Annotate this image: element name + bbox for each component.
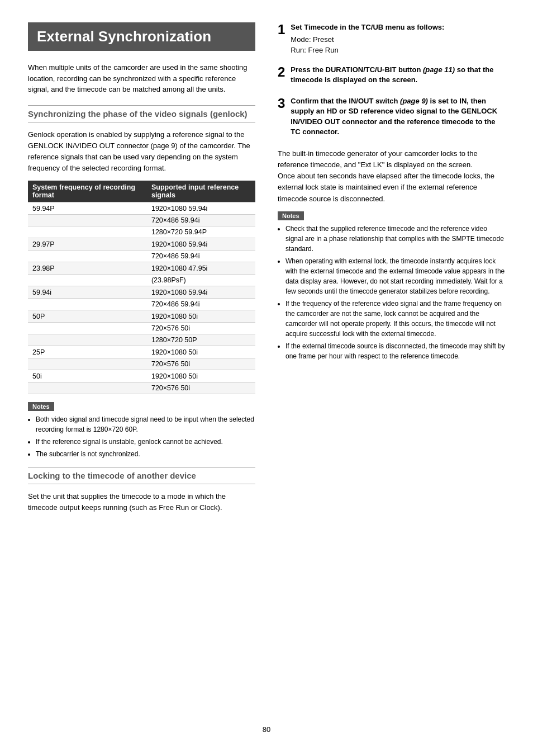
table-signal-cell: 1920×1080 50i	[147, 346, 255, 358]
table-signal-cell: 1920×1080 59.94i	[147, 202, 255, 215]
step-block: 2Press the DURATION/TC/U-BIT button (pag…	[278, 65, 505, 87]
right-notes-list: Check that the supplied reference timeco…	[278, 224, 505, 361]
note-item: When operating with external lock, the t…	[285, 256, 505, 296]
table-signal-cell: 720×576 50i	[147, 358, 255, 370]
table-format-cell: 50P	[28, 310, 147, 323]
reference-table: System frequency of recording format Sup…	[28, 181, 255, 394]
step-number: 2	[278, 65, 285, 79]
page-title: External Synchronization	[28, 22, 255, 51]
table-col2-header: Supported input reference signals	[147, 181, 255, 202]
table-format-cell	[28, 382, 147, 394]
note-item: If the external timecode source is disco…	[285, 341, 505, 361]
step-content: Confirm that the IN/OUT switch (page 9) …	[291, 96, 505, 139]
note-item: If the frequency of the reference video …	[285, 299, 505, 339]
step-title: Set Timecode in the TC/UB menu as follow…	[291, 22, 505, 32]
note-item: The subcarrier is not synchronized.	[36, 449, 255, 459]
section1-notes-label: Notes	[28, 402, 54, 411]
table-signal-cell: 1920×1080 59.94i	[147, 238, 255, 251]
step-detail: Mode: PresetRun: Free Run	[291, 35, 505, 56]
table-signal-cell: 1280×720 59.94P	[147, 226, 255, 238]
table-signal-cell: 720×486 59.94i	[147, 215, 255, 226]
note-item: Check that the supplied reference timeco…	[285, 224, 505, 254]
step-block: 3Confirm that the IN/OUT switch (page 9)…	[278, 96, 505, 139]
page: External Synchronization When multiple u…	[0, 0, 533, 756]
step-number: 3	[278, 96, 285, 111]
right-notes-box: Notes Check that the supplied reference …	[278, 211, 505, 361]
step-content: Press the DURATION/TC/U-BIT button (page…	[291, 65, 505, 87]
left-column: External Synchronization When multiple u…	[28, 22, 255, 714]
table-format-cell: 25P	[28, 346, 147, 358]
section1-heading: Synchronizing the phase of the video sig…	[28, 105, 255, 122]
table-format-cell: 59.94P	[28, 202, 147, 215]
table-format-cell	[28, 334, 147, 346]
intro-text: When multiple units of the camcorder are…	[28, 62, 255, 95]
table-signal-cell: 1920×1080 50i	[147, 370, 255, 382]
section2-text: Set the unit that supplies the timecode …	[28, 491, 255, 513]
table-format-cell	[28, 358, 147, 370]
table-format-cell: 29.97P	[28, 238, 147, 251]
section1-text: Genlock operation is enabled by supplyin…	[28, 129, 255, 174]
section2-heading: Locking to the timecode of another devic…	[28, 467, 255, 484]
step-content: Set Timecode in the TC/UB menu as follow…	[291, 22, 505, 56]
table-signal-cell: 720×486 59.94i	[147, 251, 255, 262]
step-block: 1Set Timecode in the TC/UB menu as follo…	[278, 22, 505, 56]
table-format-cell: 59.94i	[28, 286, 147, 299]
section1-notes-box: Notes Both video signal and timecode sig…	[28, 402, 255, 459]
table-signal-cell: 720×576 50i	[147, 382, 255, 394]
table-format-cell	[28, 226, 147, 238]
table-format-cell	[28, 251, 147, 262]
right-column: 1Set Timecode in the TC/UB menu as follo…	[278, 22, 505, 714]
step-title: Press the DURATION/TC/U-BIT button (page…	[291, 65, 505, 85]
section1-notes-list: Both video signal and timecode signal ne…	[28, 414, 255, 459]
table-signal-cell: 1920×1080 59.94i	[147, 286, 255, 299]
table-format-cell: 50i	[28, 370, 147, 382]
table-signal-cell: 720×486 59.94i	[147, 299, 255, 310]
table-signal-cell: 1920×1080 47.95i	[147, 262, 255, 275]
table-signal-cell: 1280×720 50P	[147, 334, 255, 346]
right-body-text: The built-in timecode generator of your …	[278, 148, 505, 205]
note-item: Both video signal and timecode signal ne…	[36, 414, 255, 434]
table-signal-cell: (23.98PsF)	[147, 275, 255, 286]
table-format-cell: 23.98P	[28, 262, 147, 275]
note-item: If the reference signal is unstable, gen…	[36, 437, 255, 447]
table-format-cell	[28, 299, 147, 310]
table-signal-cell: 1920×1080 50i	[147, 310, 255, 323]
table-format-cell	[28, 215, 147, 226]
table-format-cell	[28, 275, 147, 286]
page-number: 80	[28, 725, 505, 734]
table-col1-header: System frequency of recording format	[28, 181, 147, 202]
step-number: 1	[278, 22, 285, 37]
table-signal-cell: 720×576 50i	[147, 323, 255, 334]
right-notes-label: Notes	[278, 211, 304, 220]
step-title: Confirm that the IN/OUT switch (page 9) …	[291, 96, 505, 137]
table-format-cell	[28, 323, 147, 334]
